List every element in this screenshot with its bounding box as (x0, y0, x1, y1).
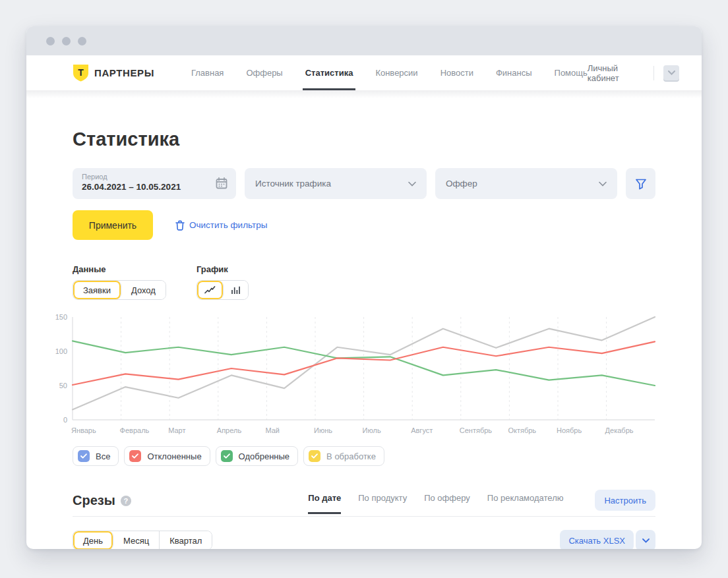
clear-filters-label: Очистить фильтры (189, 220, 267, 230)
nav-item-glavnaya[interactable]: Главная (191, 55, 224, 90)
brand-shield-icon: Т (73, 64, 89, 82)
data-toggle-group: Данные Заявки Доход (73, 264, 166, 300)
funnel-icon (635, 178, 647, 190)
account-label[interactable]: Личный кабинет (588, 63, 644, 83)
main-menu: Главная Офферы Статистика Конверсии Ново… (191, 55, 588, 90)
divider (653, 66, 654, 80)
checkbox-checked-icon (129, 450, 141, 462)
filter-button[interactable] (626, 168, 655, 199)
chevron-down-icon (408, 181, 416, 187)
checkbox-checked-icon (221, 450, 233, 462)
svg-text:100: 100 (55, 347, 67, 355)
chevron-down-icon (642, 538, 650, 543)
granularity-kvartal[interactable]: Квартал (160, 531, 212, 549)
brand-logo[interactable]: Т ПАРТНЕРЫ (73, 55, 154, 90)
chevron-down-icon (668, 71, 675, 75)
slices-section: Срезы ? По дате По продукту По офферу По… (73, 490, 655, 549)
svg-text:Февраль: Февраль (120, 426, 150, 434)
traffic-source-select[interactable]: Источник трафика (245, 168, 427, 199)
clear-filters-link[interactable]: Очистить фильтры (175, 220, 267, 231)
browser-window: Т ПАРТНЕРЫ Главная Офферы Статистика Кон… (26, 26, 702, 549)
header-shadow (26, 90, 702, 98)
period-value: 26.04.2021 – 10.05.2021 (82, 182, 228, 192)
apply-button[interactable]: Применить (73, 210, 153, 240)
svg-text:Т: Т (78, 67, 84, 78)
svg-text:Март: Март (168, 426, 185, 434)
data-toggle-label: Данные (73, 264, 166, 274)
calendar-icon[interactable] (215, 177, 228, 190)
apply-row: Применить Очистить фильтры (73, 210, 655, 240)
granularity-mesyac[interactable]: Месяц (113, 531, 160, 549)
svg-text:Ноябрь: Ноябрь (557, 426, 582, 434)
divider (73, 516, 655, 517)
top-navigation: Т ПАРТНЕРЫ Главная Офферы Статистика Кон… (26, 55, 702, 90)
chart-toggle-group: График (197, 264, 249, 300)
trash-icon (175, 220, 185, 231)
line-chart-toggle[interactable] (197, 281, 224, 299)
period-label: Период (82, 173, 228, 181)
filters-row: Период 26.04.2021 – 10.05.2021 Источник … (73, 168, 655, 199)
traffic-source-placeholder: Источник трафика (255, 179, 331, 188)
page-content: Статистика Период 26.04.2021 – 10.05.202… (26, 129, 702, 549)
window-control-dot[interactable] (78, 37, 86, 45)
bar-chart-toggle[interactable] (224, 281, 248, 299)
chart-legend: Все Отклоненные Одобренные (73, 446, 655, 466)
nav-item-finansy[interactable]: Финансы (496, 55, 532, 90)
legend-chip-otklonennye[interactable]: Отклоненные (124, 446, 210, 466)
nav-item-statistika[interactable]: Статистика (305, 55, 353, 90)
brand-name: ПАРТНЕРЫ (94, 67, 154, 78)
toggles-row: Данные Заявки Доход График (73, 264, 655, 300)
nav-item-novosti[interactable]: Новости (440, 55, 473, 90)
line-chart-icon (204, 286, 216, 294)
svg-text:Апрель: Апрель (217, 426, 242, 434)
legend-chip-v-obrabotke[interactable]: В обработке (303, 446, 384, 466)
download-xlsx-button[interactable]: Скачать XLSX (560, 530, 634, 549)
tab-po-produktu[interactable]: По продукту (358, 493, 407, 513)
tab-po-reklamodatelyu[interactable]: По рекламодателю (487, 493, 564, 513)
granularity-den[interactable]: День (73, 531, 113, 549)
svg-text:Октябрь: Октябрь (508, 426, 536, 434)
page-title: Статистика (73, 129, 655, 150)
statistics-chart: 050100150ЯнварьФевральМартАпрельМайИюньИ… (53, 309, 655, 440)
svg-text:50: 50 (59, 382, 67, 390)
svg-text:Июнь: Июнь (314, 426, 332, 434)
help-icon[interactable]: ? (121, 496, 131, 506)
download-options-button[interactable] (636, 530, 655, 549)
chart-toggle-label: График (197, 264, 249, 274)
svg-text:Сентябрь: Сентябрь (460, 426, 493, 434)
slices-tabs: По дате По продукту По офферу По рекламо… (308, 490, 655, 516)
checkbox-checked-icon (78, 450, 90, 462)
offer-select[interactable]: Оффер (435, 168, 617, 199)
configure-button[interactable]: Настроить (595, 490, 655, 511)
chart-type-segmented-control (197, 280, 249, 300)
tab-po-date[interactable]: По дате (308, 493, 341, 513)
legend-chip-odobrennye[interactable]: Одобренные (216, 446, 298, 466)
data-segmented-control: Заявки Доход (73, 280, 166, 300)
granularity-row: День Месяц Квартал Скачать XLSX (73, 530, 655, 549)
svg-text:Май: Май (265, 426, 280, 434)
bar-chart-icon (231, 286, 241, 295)
checkbox-checked-icon (309, 450, 320, 462)
slices-title: Срезы (73, 493, 115, 508)
svg-text:Январь: Январь (71, 426, 96, 434)
period-field[interactable]: Период 26.04.2021 – 10.05.2021 (73, 168, 236, 199)
account-area: Личный кабинет (588, 55, 679, 90)
window-control-dot[interactable] (46, 37, 55, 45)
legend-chip-vse[interactable]: Все (73, 446, 119, 466)
granularity-segmented-control: День Месяц Квартал (73, 531, 212, 549)
svg-text:Декабрь: Декабрь (605, 426, 634, 434)
tab-po-offeru[interactable]: По офферу (424, 493, 470, 513)
nav-item-offery[interactable]: Офферы (246, 55, 282, 90)
svg-text:Август: Август (411, 426, 433, 434)
account-menu-button[interactable] (663, 65, 679, 80)
svg-text:0: 0 (63, 416, 67, 424)
data-option-dohod[interactable]: Доход (121, 281, 166, 299)
nav-item-pomosch[interactable]: Помощь (555, 55, 588, 90)
offer-placeholder: Оффер (446, 179, 477, 188)
window-titlebar (26, 26, 702, 55)
line-chart: 050100150ЯнварьФевральМартАпрельМайИюньИ… (53, 309, 659, 440)
nav-item-konversii[interactable]: Конверсии (375, 55, 417, 90)
data-option-zayavki[interactable]: Заявки (73, 281, 121, 299)
window-control-dot[interactable] (62, 37, 71, 45)
chevron-down-icon (599, 181, 607, 187)
